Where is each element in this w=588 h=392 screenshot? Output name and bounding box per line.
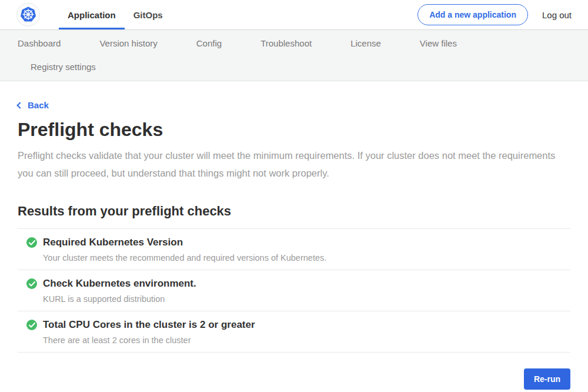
check-row-kubernetes-environment: Check Kubernetes environment. KURL is a … [18, 270, 570, 311]
check-detail: Your cluster meets the recommended and r… [43, 254, 326, 263]
subnav-item-troubleshoot[interactable]: Troubleshoot [260, 38, 312, 49]
subnav-item-license[interactable]: License [350, 38, 381, 49]
page-description: Preflight checks validate that your clus… [18, 147, 556, 182]
logout-link[interactable]: Log out [542, 10, 572, 20]
chevron-left-icon [16, 102, 23, 108]
tab-gitops[interactable]: GitOps [125, 0, 172, 29]
kubernetes-logo-icon [16, 3, 40, 26]
subnav-item-dashboard[interactable]: Dashboard [18, 38, 61, 49]
check-content: Required Kubernetes Version Your cluster… [43, 237, 326, 263]
subnav-item-registry-settings[interactable]: Registry settings [31, 61, 96, 73]
success-check-icon [26, 320, 37, 330]
results-heading: Results from your preflight checks [18, 204, 570, 219]
top-nav-right: Add a new application Log out [417, 0, 572, 29]
app-subnav: Dashboard Version history Config Trouble… [0, 30, 588, 81]
subnav-item-view-files[interactable]: View files [420, 38, 457, 49]
page-title: Preflight checks [18, 119, 570, 141]
check-content: Check Kubernetes environment. KURL is a … [43, 278, 196, 304]
rerun-button[interactable]: Re-run [524, 368, 570, 390]
tab-application[interactable]: Application [59, 0, 125, 29]
success-check-icon [26, 278, 37, 289]
check-row-cpu-cores: Total CPU Cores in the cluster is 2 or g… [18, 311, 570, 353]
top-nav: Application GitOps Add a new application… [0, 0, 588, 30]
add-new-application-button[interactable]: Add a new application [417, 4, 528, 25]
check-title: Required Kubernetes Version [43, 237, 326, 248]
success-check-icon [26, 237, 37, 248]
preflight-checks-list: Required Kubernetes Version Your cluster… [18, 228, 570, 353]
check-row-kubernetes-version: Required Kubernetes Version Your cluster… [18, 228, 570, 270]
check-title: Total CPU Cores in the cluster is 2 or g… [43, 319, 255, 330]
subnav-item-config[interactable]: Config [196, 38, 222, 49]
back-label: Back [28, 100, 49, 110]
subnav-row-1: Dashboard Version history Config Trouble… [18, 38, 570, 49]
main-content: Back Preflight checks Preflight checks v… [0, 81, 588, 390]
app-logo[interactable] [16, 0, 40, 29]
check-detail: There are at least 2 cores in the cluste… [43, 336, 255, 345]
subnav-item-version-history[interactable]: Version history [99, 38, 157, 49]
rerun-row: Re-run [18, 368, 570, 390]
check-title: Check Kubernetes environment. [43, 278, 196, 289]
back-link[interactable]: Back [18, 100, 49, 110]
check-detail: KURL is a supported distribution [43, 295, 196, 304]
check-content: Total CPU Cores in the cluster is 2 or g… [43, 319, 255, 345]
primary-tabs: Application GitOps [59, 0, 172, 29]
subnav-row-2: Registry settings [18, 61, 570, 73]
